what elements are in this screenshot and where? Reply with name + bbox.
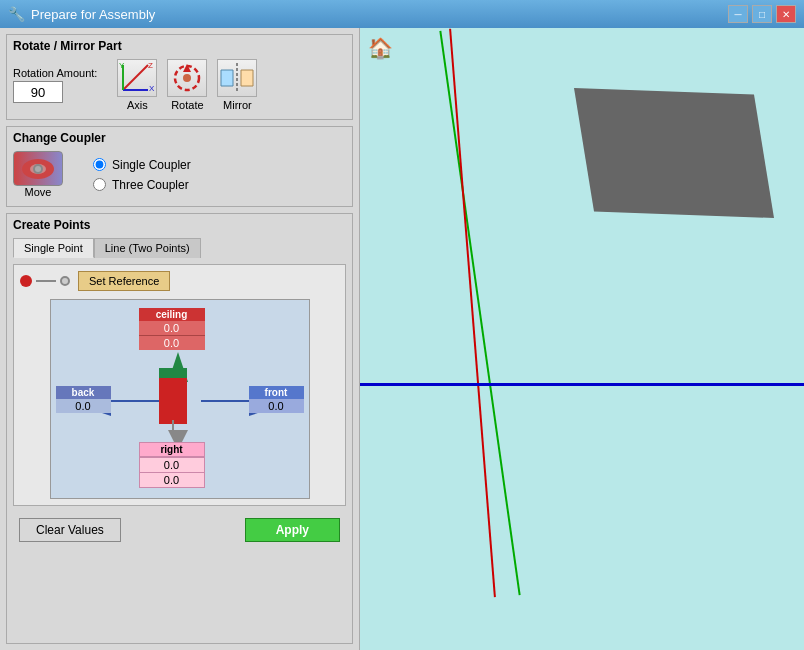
platform-shape (574, 88, 774, 218)
minimize-button[interactable]: ─ (728, 5, 748, 23)
svg-line-16 (440, 31, 519, 595)
title-bar: 🔧 Prepare for Assembly ─ □ ✕ (0, 0, 804, 28)
window-title: Prepare for Assembly (31, 7, 155, 22)
red-dot (20, 275, 32, 287)
front-label: front (249, 386, 304, 399)
blue-horizon-line (360, 383, 804, 386)
right-panel: 🏠 (360, 28, 804, 650)
right-val2[interactable]: 0.0 (139, 473, 205, 488)
right-direction: right 0.0 0.0 (139, 442, 205, 488)
mirror-icon (217, 59, 257, 97)
create-points-title: Create Points (13, 218, 346, 232)
svg-text:Z: Z (148, 61, 153, 70)
svg-line-17 (450, 28, 495, 598)
rotate-button[interactable]: Rotate (167, 59, 207, 111)
right-val[interactable]: 0.0 (139, 457, 205, 473)
single-coupler-label: Single Coupler (112, 158, 191, 172)
home-icon[interactable]: 🏠 (368, 36, 393, 60)
set-ref-row: Set Reference (20, 271, 339, 291)
axis-icon-svg: Z X Y (118, 60, 156, 96)
right-label: right (139, 442, 205, 457)
rotate-mirror-section: Rotate / Mirror Part Rotation Amount: Z (6, 34, 353, 120)
back-direction: back 0.0 (56, 386, 111, 413)
top-green (159, 368, 187, 378)
back-label: back (56, 386, 111, 399)
move-icon-svg (14, 153, 62, 185)
svg-point-8 (183, 74, 191, 82)
axis-label: Axis (127, 99, 148, 111)
rotate-label: Rotate (171, 99, 203, 111)
connector-line (36, 280, 56, 282)
mirror-label: Mirror (223, 99, 252, 111)
front-direction: front 0.0 (249, 386, 304, 413)
rotate-mirror-title: Rotate / Mirror Part (13, 39, 346, 53)
tab-line-two-points[interactable]: Line (Two Points) (94, 238, 201, 258)
single-coupler-radio[interactable] (93, 158, 106, 171)
maximize-button[interactable]: □ (752, 5, 772, 23)
svg-text:Y: Y (119, 61, 125, 70)
rotate-mirror-controls: Rotation Amount: Z X Y (13, 59, 346, 111)
three-coupler-radio[interactable] (93, 178, 106, 191)
svg-marker-11 (241, 70, 253, 86)
bottom-buttons: Clear Values Apply (13, 514, 346, 546)
svg-text:X: X (149, 84, 155, 93)
clear-values-button[interactable]: Clear Values (19, 518, 121, 542)
front-val[interactable]: 0.0 (249, 399, 304, 413)
svg-line-0 (123, 65, 148, 90)
dot-group (20, 275, 70, 287)
left-panel: Rotate / Mirror Part Rotation Amount: Z (0, 28, 360, 650)
coupler-section: Change Coupler Move (6, 126, 353, 207)
set-reference-button[interactable]: Set Reference (78, 271, 170, 291)
gray-dot (60, 276, 70, 286)
coupler-controls: Move Single Coupler Three Coupler (13, 151, 346, 198)
coupler-title: Change Coupler (13, 131, 346, 145)
main-content: Rotate / Mirror Part Rotation Amount: Z (0, 28, 804, 650)
rotate-icon (167, 59, 207, 97)
three-coupler-label: Three Coupler (112, 178, 189, 192)
right-arrow-line (201, 400, 251, 402)
three-coupler-option[interactable]: Three Coupler (93, 178, 191, 192)
axis-button[interactable]: Z X Y Axis (117, 59, 157, 111)
apply-button[interactable]: Apply (245, 518, 340, 542)
rotate-icon-svg (168, 60, 206, 96)
close-button[interactable]: ✕ (776, 5, 796, 23)
tab-single-point[interactable]: Single Point (13, 238, 94, 258)
mirror-icon-svg (218, 60, 256, 96)
create-points-section: Create Points Single Point Line (Two Poi… (6, 213, 353, 644)
single-coupler-option[interactable]: Single Coupler (93, 158, 191, 172)
ceiling-val[interactable]: 0.0 (139, 321, 205, 335)
ceiling-val2[interactable]: 0.0 (139, 335, 205, 350)
mirror-button[interactable]: Mirror (217, 59, 257, 111)
move-icon (13, 151, 63, 186)
direction-diagram: ceiling 0.0 0.0 (50, 299, 310, 499)
axis-icon: Z X Y (117, 59, 157, 97)
tab-bar: Single Point Line (Two Points) (13, 238, 346, 258)
svg-point-15 (35, 166, 41, 172)
rotation-amount-group: Rotation Amount: (13, 67, 97, 103)
center-piece (159, 374, 187, 424)
back-val[interactable]: 0.0 (56, 399, 111, 413)
down-arrow-line (172, 420, 174, 432)
svg-marker-10 (221, 70, 233, 86)
left-arrow-line (109, 400, 159, 402)
ceiling-direction: ceiling 0.0 0.0 (139, 308, 205, 350)
tool-buttons: Z X Y Axis (117, 59, 257, 111)
rotation-input[interactable] (13, 81, 63, 103)
coupler-radio-group: Single Coupler Three Coupler (93, 158, 191, 192)
title-bar-controls: ─ □ ✕ (728, 5, 796, 23)
viewport[interactable]: 🏠 (360, 28, 804, 650)
move-button[interactable]: Move (13, 151, 63, 198)
app-icon: 🔧 (8, 6, 25, 22)
tab-content: Set Reference ceiling 0.0 0.0 (13, 264, 346, 506)
move-label: Move (25, 186, 52, 198)
rotation-amount-label: Rotation Amount: (13, 67, 97, 79)
ceiling-label: ceiling (139, 308, 205, 321)
